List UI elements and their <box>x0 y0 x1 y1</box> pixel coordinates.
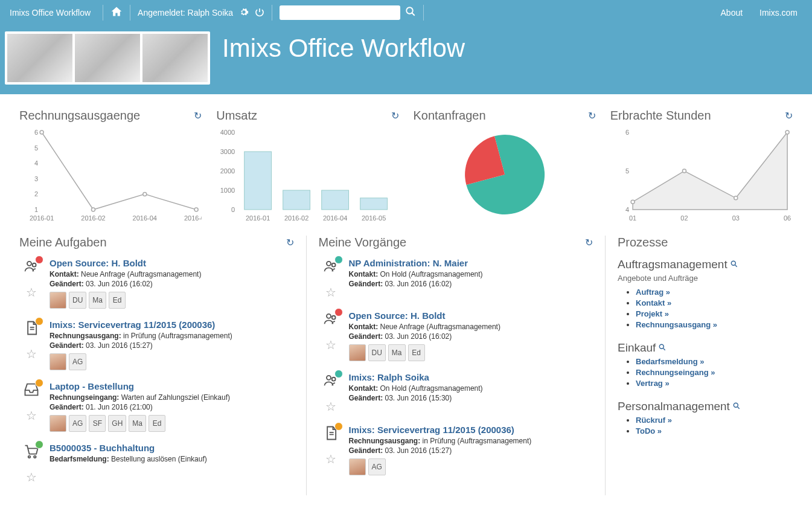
svg-point-48 <box>331 378 335 381</box>
svg-point-32 <box>682 169 686 173</box>
assignee-chip[interactable]: SF <box>89 415 106 432</box>
star-icon[interactable]: ☆ <box>325 285 336 300</box>
assignee-chip[interactable]: Ma <box>388 344 406 361</box>
refresh-icon[interactable]: ↻ <box>286 237 294 248</box>
svg-text:2016-01: 2016-01 <box>246 214 270 222</box>
assignee-chip[interactable]: DU <box>368 344 386 361</box>
banner-image <box>7 34 72 82</box>
svg-point-41 <box>28 456 31 458</box>
svg-point-8 <box>91 208 95 211</box>
status-badge <box>334 422 343 431</box>
process-link[interactable]: Kontakt » <box>636 298 671 307</box>
svg-point-10 <box>194 208 198 211</box>
page-title: Imixs Office Workflow <box>222 34 465 63</box>
refresh-icon[interactable]: ↻ <box>588 110 596 121</box>
item-title[interactable]: Open Source: H. Boldt <box>349 310 446 321</box>
assignee-chip[interactable]: Ma <box>89 292 106 309</box>
item-title[interactable]: Imixs: Servicevertrag 11/2015 (200036) <box>50 320 215 330</box>
avatar[interactable] <box>50 415 66 432</box>
process-link[interactable]: Rückruf » <box>636 416 672 425</box>
svg-rect-26 <box>360 198 388 210</box>
search-icon[interactable] <box>732 402 741 412</box>
dashboard-charts: Rechnungsausgaenge↻1234562016-012016-022… <box>19 109 793 226</box>
logout-icon[interactable] <box>255 7 264 19</box>
process-link[interactable]: Rechnungseingang » <box>636 368 715 377</box>
svg-text:4000: 4000 <box>220 129 235 136</box>
people-icon <box>23 258 40 279</box>
assignee-chip[interactable]: Ed <box>149 415 165 432</box>
assignee-chip[interactable]: AG <box>69 415 86 432</box>
refresh-icon[interactable]: ↻ <box>391 110 399 121</box>
home-icon[interactable] <box>110 5 123 21</box>
process-link[interactable]: Auftrag » <box>636 288 670 297</box>
star-icon[interactable]: ☆ <box>26 470 37 484</box>
star-icon[interactable]: ☆ <box>325 399 336 414</box>
search-icon[interactable] <box>730 260 738 270</box>
assignee-chip[interactable]: Ed <box>408 344 425 361</box>
assignee-chip[interactable]: Ma <box>129 415 146 432</box>
item-title[interactable]: Laptop - Bestellung <box>50 381 134 391</box>
chart-title: Kontanfragen <box>414 109 486 123</box>
svg-point-43 <box>327 262 331 266</box>
svg-text:5: 5 <box>625 167 629 175</box>
site-link[interactable]: Imixs.com <box>759 8 798 18</box>
svg-text:2016-04: 2016-04 <box>133 214 157 222</box>
star-icon[interactable]: ☆ <box>325 338 336 352</box>
star-icon[interactable]: ☆ <box>26 408 37 423</box>
chart-title: Rechnungsausgaenge <box>19 109 140 123</box>
banner-image <box>75 34 140 82</box>
item-title[interactable]: Imixs: Ralph Soika <box>349 372 429 382</box>
refresh-icon[interactable]: ↻ <box>585 237 593 248</box>
avatar[interactable] <box>349 344 366 361</box>
avatar[interactable] <box>50 292 66 309</box>
gear-icon[interactable] <box>239 7 249 19</box>
search-icon[interactable] <box>658 344 667 353</box>
refresh-icon[interactable]: ↻ <box>785 110 793 121</box>
list-item: ☆Open Source: H. BoldtKontakt: Neue Anfr… <box>19 258 294 309</box>
avatar[interactable] <box>50 353 66 370</box>
svg-point-9 <box>143 192 147 196</box>
cases-title: Meine Vorgänge <box>319 236 407 249</box>
item-title[interactable]: Open Source: H. Boldt <box>50 258 146 268</box>
status-badge <box>35 379 43 387</box>
svg-point-50 <box>660 344 664 349</box>
svg-text:2016-01: 2016-01 <box>30 214 54 222</box>
topbar: Imixs Office Workflow Angemeldet: Ralph … <box>0 0 812 25</box>
tasks-title: Meine Aufgaben <box>19 236 107 249</box>
assignee-chip[interactable]: Ed <box>109 292 126 309</box>
svg-text:2016-05: 2016-05 <box>362 214 386 222</box>
refresh-icon[interactable]: ↻ <box>194 110 202 121</box>
assignee-chip[interactable]: GH <box>108 415 126 432</box>
svg-text:3000: 3000 <box>220 148 235 155</box>
people-icon <box>322 258 339 279</box>
search-input[interactable] <box>280 5 400 20</box>
status-badge <box>35 256 43 264</box>
svg-text:2016-02: 2016-02 <box>284 214 308 222</box>
process-link[interactable]: ToDo » <box>636 426 662 435</box>
star-icon[interactable]: ☆ <box>26 347 37 361</box>
assignee-chip[interactable]: AG <box>69 353 86 370</box>
item-title[interactable]: B5000035 - Buchhaltung <box>50 443 155 453</box>
svg-text:5: 5 <box>34 144 38 152</box>
avatar[interactable] <box>349 458 366 475</box>
svg-text:6: 6 <box>34 129 38 136</box>
star-icon[interactable]: ☆ <box>26 285 37 300</box>
svg-point-49 <box>731 261 735 265</box>
star-icon[interactable]: ☆ <box>325 452 336 466</box>
item-title[interactable]: NP Administration: N. Maier <box>349 258 468 268</box>
svg-point-0 <box>406 7 413 14</box>
search-icon[interactable] <box>405 6 416 19</box>
svg-text:06: 06 <box>784 214 791 222</box>
process-link[interactable]: Bedarfsmeldung » <box>636 357 704 366</box>
item-title[interactable]: Imixs: Servicevertrag 11/2015 (200036) <box>349 425 514 435</box>
process-link[interactable]: Rechnungsausgang » <box>636 320 717 329</box>
assignee-chip[interactable]: AG <box>368 458 386 475</box>
assignee-chip[interactable]: DU <box>69 292 86 309</box>
list-item: ☆NP Administration: N. MaierKontakt: On … <box>319 258 593 300</box>
search <box>280 5 416 20</box>
process-link[interactable]: Projekt » <box>636 309 669 318</box>
svg-rect-22 <box>283 190 310 210</box>
svg-point-31 <box>631 200 635 204</box>
about-link[interactable]: About <box>721 8 743 18</box>
process-link[interactable]: Vertrag » <box>636 379 670 388</box>
